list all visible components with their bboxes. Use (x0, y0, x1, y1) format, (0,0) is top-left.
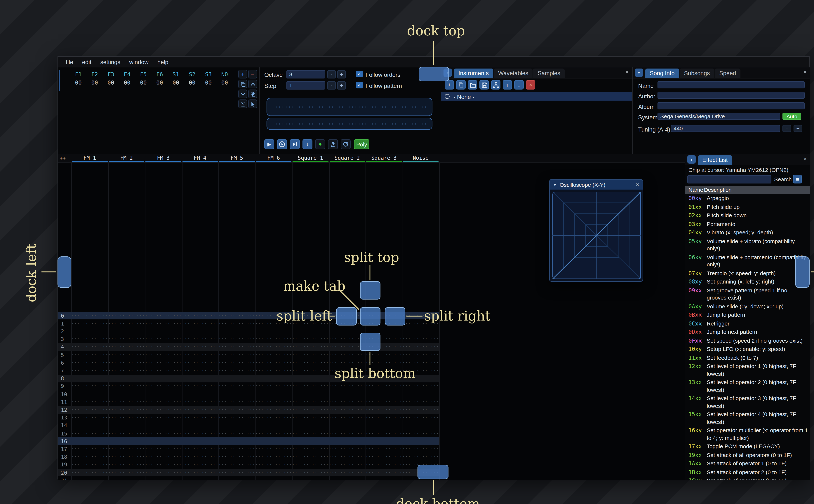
pattern-cell[interactable]: ··· ·· ·· ··· (329, 399, 366, 404)
pattern-cell[interactable]: ··· ·· ·· ··· (218, 407, 255, 412)
pattern-cell[interactable]: ··· ·· ·· ··· (218, 376, 255, 381)
system-field[interactable] (658, 113, 780, 120)
channel-header-fm-3[interactable]: FM 3 (145, 154, 182, 162)
master-oscilloscope[interactable] (266, 98, 433, 116)
pattern-cell[interactable]: ··· ·· ·· ··· (255, 399, 292, 404)
pattern-cell[interactable]: ··· ·· ·· ··· (145, 423, 182, 428)
dock-target-right[interactable] (795, 256, 810, 288)
pattern-cell[interactable]: ··· ·· ·· ··· (71, 439, 108, 444)
pattern-row-9[interactable]: 9··· ·· ·· ······ ·· ·· ······ ·· ·· ···… (58, 382, 439, 390)
effect-row-1Bxx[interactable]: 1BxxSet attack of operator 2 (0 to 1F) (685, 468, 810, 477)
channel-header-fm-4[interactable]: FM 4 (182, 154, 219, 162)
pattern-cell[interactable]: ··· ·· ·· ··· (71, 384, 108, 389)
instrument-move-up-button[interactable]: ↑ (503, 80, 512, 90)
order-cell[interactable]: 00 (86, 78, 103, 87)
pattern-row-5[interactable]: 5··· ·· ·· ······ ·· ·· ······ ·· ·· ···… (58, 351, 439, 359)
order-remove-button[interactable]: − (248, 70, 257, 78)
split-target-left[interactable] (336, 307, 357, 326)
step-decrease-button[interactable]: - (327, 81, 336, 90)
pattern-row-15[interactable]: 15··· ·· ·· ······ ·· ·· ······ ·· ·· ··… (58, 429, 439, 437)
pattern-cell[interactable]: ··· ·· ·· ··· (182, 462, 219, 467)
effect-row-02xx[interactable]: 02xxPitch slide down (685, 211, 810, 220)
order-cell[interactable]: 00 (70, 78, 86, 87)
pattern-row-0[interactable]: 0··· ·· ·· ······ ·· ·· ······ ·· ·· ···… (58, 312, 439, 320)
tab-song-info[interactable]: Song Info (645, 69, 679, 78)
effect-row-07xy[interactable]: 07xyTremolo (x: speed; y: depth) (685, 269, 810, 278)
pattern-cell[interactable]: ··· ·· ·· ··· (402, 392, 439, 397)
pattern-cell[interactable]: ··· ·· ·· ··· (292, 329, 329, 334)
step-input[interactable] (286, 81, 325, 90)
pattern-cell[interactable]: ··· ·· ·· ··· (71, 376, 108, 381)
instruments-close-button[interactable]: × (625, 69, 629, 75)
pattern-cell[interactable]: ··· ·· ·· ··· (255, 470, 292, 475)
metronome-button[interactable] (328, 139, 338, 149)
pattern-cell[interactable]: ··· ·· ·· ··· (108, 423, 145, 428)
pattern-cell[interactable]: ··· ·· ·· ··· (145, 415, 182, 420)
pattern-cell[interactable]: ··· ·· ·· ··· (292, 360, 329, 365)
follow-pattern-checkbox[interactable]: ✓ (356, 82, 363, 88)
pattern-cell[interactable]: ··· ·· ·· ··· (108, 431, 145, 436)
pattern-cell[interactable]: ··· ·· ·· ··· (182, 423, 219, 428)
pattern-cell[interactable]: ··· ·· ·· ··· (255, 462, 292, 467)
pattern-cell[interactable]: ··· ·· ·· ··· (108, 470, 145, 475)
effect-row-13xx[interactable]: 13xxSet level of operator 2 (0 highest, … (685, 378, 810, 394)
pattern-row-4[interactable]: 4··· ·· ·· ······ ·· ·· ······ ·· ·· ···… (58, 343, 439, 351)
channel-header-fm-1[interactable]: FM 1 (71, 154, 108, 162)
pattern-cell[interactable]: ··· ·· ·· ··· (71, 407, 108, 412)
pattern-cell[interactable]: ··· ·· ·· ··· (108, 337, 145, 342)
name-field[interactable] (658, 81, 805, 88)
pattern-cell[interactable]: ··· ·· ·· ··· (71, 368, 108, 373)
channel-header-fm-5[interactable]: FM 5 (218, 154, 255, 162)
pattern-cell[interactable]: ··· ·· ·· ··· (292, 439, 329, 444)
split-target-bottom[interactable] (360, 333, 380, 351)
pattern-cell[interactable]: ··· ·· ·· ··· (365, 439, 402, 444)
pattern-cell[interactable]: ··· ·· ·· ··· (108, 376, 145, 381)
follow-orders-checkbox[interactable]: ✓ (356, 71, 363, 77)
pattern-cell[interactable]: ··· ·· ·· ··· (182, 478, 219, 480)
pattern-cell[interactable]: ··· ·· ·· ··· (292, 415, 329, 420)
pattern-cell[interactable]: ··· ·· ·· ··· (329, 478, 366, 480)
pattern-cell[interactable]: ··· ·· ·· ··· (329, 384, 366, 389)
order-cell[interactable]: 00 (103, 78, 119, 87)
tab-speed[interactable]: Speed (715, 69, 740, 78)
pattern-cell[interactable]: ··· ·· ·· ··· (145, 344, 182, 349)
pattern-cell[interactable]: ··· ·· ·· ··· (218, 392, 255, 397)
pattern-cell[interactable]: ··· ·· ·· ··· (145, 392, 182, 397)
pattern-cell[interactable]: ··· ·· ·· ··· (108, 439, 145, 444)
make-tab-target[interactable] (360, 307, 380, 326)
step-increase-button[interactable]: + (337, 81, 345, 90)
pattern-cell[interactable]: ··· ·· ·· ··· (108, 384, 145, 389)
pattern-cell[interactable]: ··· ·· ·· ··· (71, 399, 108, 404)
pattern-cell[interactable]: ··· ·· ·· ··· (108, 407, 145, 412)
order-cell[interactable]: 00 (135, 78, 151, 87)
instrument-move-down-button[interactable]: ↓ (514, 80, 524, 90)
octave-input[interactable] (286, 70, 325, 78)
pattern-cell[interactable]: ··· ·· ·· ··· (145, 352, 182, 357)
pattern-cell[interactable]: ··· ·· ·· ··· (292, 423, 329, 428)
pattern-row-6[interactable]: 6··· ·· ·· ······ ·· ·· ······ ·· ·· ···… (58, 359, 439, 367)
pattern-cell[interactable]: ··· ·· ·· ··· (182, 439, 219, 444)
dock-target-top[interactable] (419, 67, 449, 81)
order-cell[interactable]: 00 (119, 78, 135, 87)
order-cell[interactable]: 00 (184, 78, 200, 87)
menu-edit[interactable]: edit (78, 57, 96, 66)
pattern-cell[interactable]: ··· ·· ·· ··· (145, 470, 182, 475)
pattern-cell[interactable]: ··· ·· ·· ··· (255, 407, 292, 412)
pattern-cell[interactable]: ··· ·· ·· ··· (71, 360, 108, 365)
album-field[interactable] (658, 102, 805, 109)
instrument-save-button[interactable] (480, 80, 489, 90)
pattern-cell[interactable]: ··· ·· ·· ··· (145, 407, 182, 412)
pattern-cell[interactable]: ··· ·· ·· ··· (255, 329, 292, 334)
pattern-cell[interactable]: ··· ·· ·· ··· (71, 392, 108, 397)
effect-search-input[interactable] (687, 175, 771, 183)
pattern-cell[interactable]: ··· ·· ·· ··· (329, 439, 366, 444)
pattern-cell[interactable]: ··· ·· ·· ··· (218, 352, 255, 357)
pattern-cell[interactable]: ··· ·· ·· ··· (402, 360, 439, 365)
pattern-cell[interactable]: ··· ·· ·· ··· (402, 352, 439, 357)
pattern-cell[interactable]: ··· ·· ·· ··· (292, 431, 329, 436)
pattern-cell[interactable]: ··· ·· ·· ··· (108, 352, 145, 357)
effect-row-06xy[interactable]: 06xyVolume slide + portamento (compatibi… (685, 253, 810, 269)
pattern-cell[interactable]: ··· ·· ·· ··· (292, 352, 329, 357)
channel-header-noise[interactable]: Noise (402, 154, 439, 162)
pattern-cell[interactable]: ··· ·· ·· ··· (292, 337, 329, 342)
